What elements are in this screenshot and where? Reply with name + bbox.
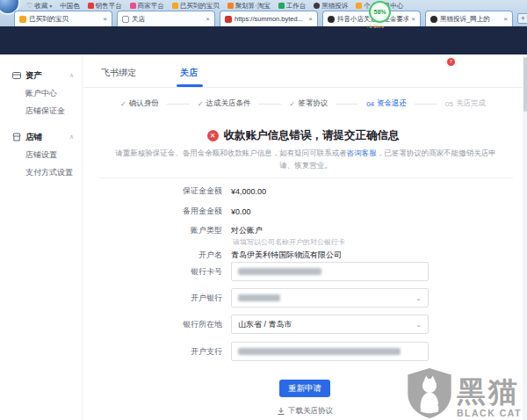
account-name-value: 青岛伊美利特国际物流有限公司 — [231, 250, 342, 261]
page: ♡ 收藏 ▾ 中国色 销售平台 商家平台 已买到的宝贝 聚划算·淘宝 — [0, 0, 527, 420]
tab-favicon — [19, 16, 26, 23]
section-divider — [99, 177, 513, 178]
sidebar-item-payment-settings[interactable]: 支付方式设置 — [25, 167, 73, 178]
sidebar-group-shop[interactable]: 店铺 ∧ — [0, 130, 83, 144]
form-row-bank-region: 银行所在地 山东省 / 青岛市 ⌄ — [83, 315, 429, 334]
download-icon — [278, 408, 285, 416]
check-icon: ✓ — [120, 100, 126, 108]
redacted-value — [238, 294, 280, 301]
cat-favicon — [430, 16, 437, 23]
step-refund-funds: 04 资金退还 — [366, 98, 407, 109]
bank-card-number-input[interactable] — [231, 262, 429, 281]
bookmark-item[interactable]: 工作台 — [278, 2, 307, 11]
app-header: d 抖店 抖音电商大学 服务市场 7 米小铁的小店 — [0, 26, 527, 54]
browser-tab[interactable]: 关店 × — [117, 11, 215, 26]
bookmark-favicon — [278, 3, 285, 9]
sidebar-item-shop-deposit[interactable]: 店铺保证金 — [25, 105, 65, 117]
browser-tab-strip: 已买到的宝贝 × 关店 × https://summon.byted... × … — [14, 11, 527, 26]
close-tab-icon[interactable]: × — [411, 15, 415, 23]
reserve-amount-value: ¥0.00 — [231, 207, 251, 216]
bookmark-item[interactable]: 中国色 — [60, 2, 80, 11]
bookmark-item[interactable]: 已买到的宝贝 — [172, 2, 220, 11]
bookmark-favicon — [227, 3, 234, 9]
active-tab-underline — [177, 84, 203, 87]
step-connector — [167, 104, 190, 105]
chevron-up-icon: ∧ — [69, 72, 74, 79]
form-row-deposit-amount: 保证金金额 ¥4,000.00 — [83, 185, 266, 197]
sidebar-group-assets[interactable]: 资产 ∧ — [0, 69, 83, 83]
form-row-reserve-amount: 备用金金额 ¥0.00 — [83, 206, 251, 217]
form-row-bank-branch: 开户支行 — [83, 342, 429, 361]
error-title: 收款账户信息错误，请提交正确信息 — [224, 128, 400, 143]
form-row-account-name: 开户名 青岛伊美利特国际物流有限公司 — [83, 250, 342, 261]
browser-tab[interactable]: https://summon.byted... × — [220, 11, 318, 26]
reapply-button[interactable]: 重新申请 — [279, 380, 330, 397]
browser-tab-active[interactable]: 黑猫投诉_网上的 × — [425, 11, 513, 26]
bookmark-item[interactable]: 销售平台 — [88, 2, 122, 11]
cat-favicon — [314, 3, 320, 9]
error-banner: ✕ 收款账户信息错误，请提交正确信息 — [83, 128, 523, 143]
bank-branch-input[interactable] — [231, 342, 429, 361]
sidebar-item-account-center[interactable]: 账户中心 — [25, 88, 57, 99]
step-close-conditions: ✓ 达成关店条件 — [198, 98, 251, 109]
sidebar-item-shop-settings[interactable]: 店铺设置 — [25, 149, 57, 161]
tab-favicon — [225, 16, 232, 23]
notification-badge: 7 — [447, 58, 455, 66]
new-tab-button[interactable]: + — [517, 13, 527, 24]
favorites-menu[interactable]: ♡ 收藏 ▾ — [26, 2, 52, 11]
browser-chrome: ♡ 收藏 ▾ 中国色 销售平台 商家平台 已买到的宝贝 聚划算·淘宝 — [0, 0, 527, 26]
shop-icon — [12, 133, 21, 141]
chevron-down-icon: ▾ — [49, 3, 52, 9]
check-icon: ✓ — [198, 100, 204, 108]
browser-tab[interactable]: 已买到的宝贝 × — [14, 11, 112, 26]
tab-close-shop[interactable]: 关店 — [180, 67, 198, 79]
close-tab-icon[interactable]: × — [206, 15, 210, 23]
wallet-icon — [12, 71, 21, 80]
speed-percent-badge[interactable]: 58% — [369, 1, 391, 23]
step-sign-agreement: ✓ 签署协议 — [289, 98, 328, 109]
bookmark-item[interactable]: 聚划算·淘宝 — [227, 2, 271, 11]
sidebar: 资产 ∧ 账户中心 店铺保证金 店铺 ∧ 店铺设置 支付方式设置 — [0, 54, 83, 420]
bookmark-favicon — [356, 3, 362, 9]
bookmark-item[interactable]: 商家平台 — [130, 2, 164, 11]
deposit-amount-value: ¥4,000.00 — [231, 187, 266, 196]
watermark-en: BLACK CAT — [457, 408, 522, 418]
bank-region-value: 山东省 / 青岛市 — [238, 319, 292, 330]
account-type-value: 对公账户 — [231, 225, 263, 236]
bank-region-select[interactable]: 山东省 / 青岛市 ⌄ — [231, 315, 429, 334]
contact-support-link[interactable]: 咨询客服 — [347, 148, 377, 157]
scrollbar[interactable] — [523, 54, 527, 420]
step-connector — [336, 104, 358, 105]
close-tab-icon[interactable]: × — [308, 15, 313, 23]
black-cat-shield-icon — [408, 368, 451, 418]
heart-icon: ♡ — [26, 2, 32, 10]
account-type-note: 请填写以公司名称开户的对公银行卡 — [233, 237, 345, 247]
document-favicon — [122, 16, 129, 23]
scrollbar-thumb[interactable] — [523, 57, 527, 112]
step-confirm-identity: ✓ 确认身份 — [120, 98, 159, 109]
form-row-bank-card: 银行卡号 — [83, 262, 429, 281]
page-tab-bar: 飞书绑定 关店 — [83, 54, 523, 88]
close-tab-icon[interactable]: × — [503, 15, 508, 23]
step-connector — [258, 104, 281, 105]
black-cat-watermark: 黑猫 BLACK CAT — [408, 368, 522, 418]
form-row-bank: 开户银行 ⌄ — [83, 288, 429, 308]
check-icon: ✓ — [289, 100, 295, 108]
close-tab-icon[interactable]: × — [103, 15, 107, 23]
step-connector — [415, 104, 437, 105]
watermark-cn: 黑猫 — [457, 377, 522, 406]
cat-favicon — [328, 16, 335, 23]
step-close-complete: 05 关店完成 — [445, 98, 486, 109]
favorites-label: 收藏 — [34, 2, 47, 11]
redacted-value — [238, 268, 321, 275]
error-x-icon: ✕ — [207, 130, 219, 141]
bookmark-favicon — [172, 3, 178, 9]
bookmark-item[interactable]: 黑猫投诉 — [314, 2, 348, 11]
bookmark-favicon — [88, 3, 94, 9]
tab-feishu-binding[interactable]: 飞书绑定 — [101, 67, 136, 79]
bank-select[interactable]: ⌄ — [231, 288, 429, 308]
chevron-up-icon: ∧ — [69, 134, 74, 141]
chevron-down-icon: ⌄ — [415, 294, 422, 302]
error-description: 请重新核验保证金、备用金余额和收款账户信息，如有疑问可联系或者咨询客服，已签署协… — [108, 148, 503, 171]
chevron-down-icon: ⌄ — [415, 321, 422, 329]
